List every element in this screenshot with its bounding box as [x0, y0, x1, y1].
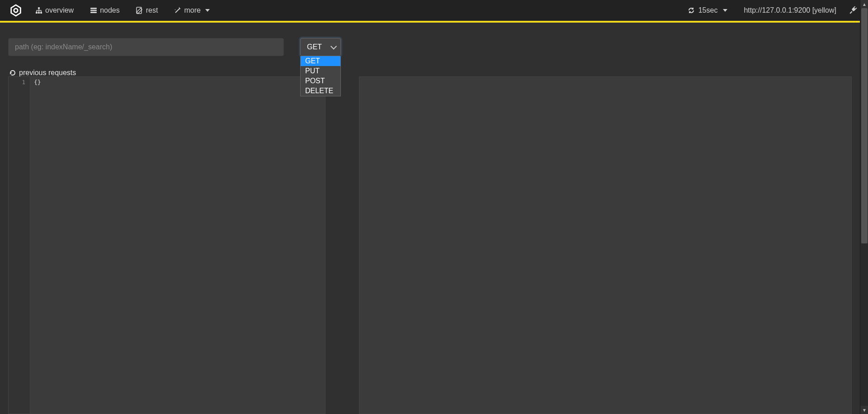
http-method-option-get[interactable]: GET — [301, 56, 340, 66]
nav-overview[interactable]: overview — [27, 0, 82, 21]
editor-gutter: 1 — [9, 77, 30, 414]
server-icon — [90, 7, 97, 14]
nav-nodes-label: nodes — [100, 6, 120, 14]
nav-nodes[interactable]: nodes — [82, 0, 128, 21]
scrollbar-down-icon[interactable]: ▼ — [860, 406, 868, 414]
line-number: 1 — [9, 79, 25, 86]
nav-rest-label: rest — [146, 6, 158, 14]
http-method-selected: GET — [307, 43, 322, 51]
caret-down-icon — [723, 9, 727, 12]
history-icon — [9, 69, 16, 76]
editor-columns: 1 {} — [8, 76, 852, 414]
previous-requests-label: previous requests — [19, 69, 76, 77]
http-method-option-post[interactable]: POST — [301, 76, 340, 86]
plug-icon — [849, 6, 857, 14]
response-viewer — [359, 76, 852, 414]
svg-rect-5 — [90, 8, 97, 9]
svg-rect-3 — [38, 12, 40, 14]
http-method-option-delete[interactable]: DELETE — [301, 86, 340, 96]
http-method-dropdown: GET PUT POST DELETE — [300, 56, 341, 96]
caret-down-icon — [205, 9, 210, 12]
sitemap-icon — [35, 7, 42, 14]
nav-more-label: more — [184, 6, 200, 14]
svg-point-0 — [14, 9, 18, 12]
http-method-select[interactable]: GET — [300, 38, 341, 56]
svg-rect-2 — [36, 12, 38, 14]
previous-requests-toggle[interactable]: previous requests — [8, 69, 852, 77]
method-wrap: GET GET PUT POST DELETE — [300, 38, 341, 56]
svg-rect-4 — [40, 12, 42, 14]
svg-rect-1 — [38, 7, 40, 9]
path-input[interactable] — [8, 38, 284, 56]
svg-rect-6 — [90, 10, 97, 11]
connect-button[interactable] — [846, 6, 860, 14]
nav-overview-label: overview — [45, 6, 74, 14]
magic-icon — [174, 7, 181, 14]
rest-page: GET GET PUT POST DELETE previous request… — [0, 24, 860, 414]
request-body-editor[interactable]: 1 {} — [8, 76, 326, 414]
svg-rect-9 — [851, 7, 856, 12]
refresh-icon — [688, 7, 695, 14]
scrollbar-thumb[interactable] — [861, 8, 868, 243]
svg-rect-7 — [90, 12, 97, 13]
logo-icon — [9, 4, 23, 17]
navbar: overview nodes rest more — [0, 0, 868, 23]
scrollbar-up-icon[interactable]: ▲ — [860, 0, 868, 8]
editor-content[interactable]: {} — [30, 77, 325, 414]
window-scrollbar[interactable]: ▲ ▼ — [860, 0, 868, 414]
nav-right: 15sec http://127.0.0.1:9200 [yellow] — [681, 6, 860, 14]
app-logo — [5, 4, 27, 17]
nav-more[interactable]: more — [166, 0, 217, 21]
edit-icon — [136, 7, 143, 14]
http-method-option-put[interactable]: PUT — [301, 66, 340, 76]
nav-left: overview nodes rest more — [27, 0, 218, 21]
cluster-host: http://127.0.0.1:9200 [yellow] — [736, 6, 844, 14]
request-top-row: GET GET PUT POST DELETE — [8, 38, 852, 57]
nav-rest[interactable]: rest — [128, 0, 166, 21]
refresh-interval-label: 15sec — [698, 6, 718, 14]
refresh-interval-selector[interactable]: 15sec — [681, 6, 734, 14]
